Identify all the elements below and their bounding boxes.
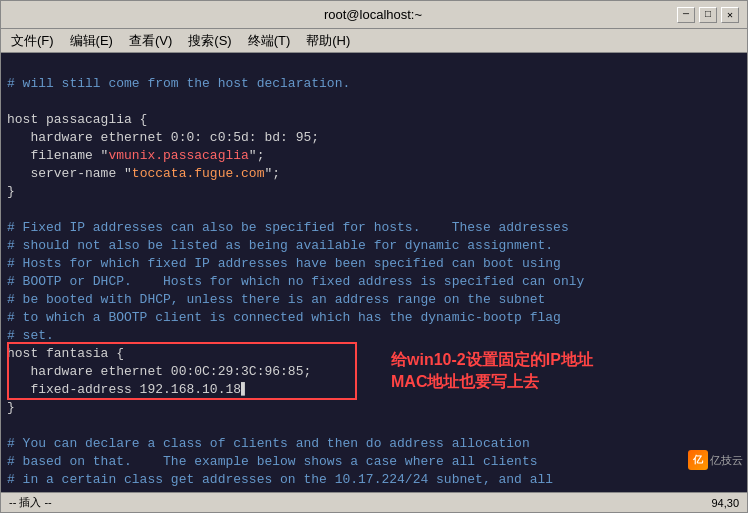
line-blank-3: [7, 418, 15, 433]
menu-view[interactable]: 查看(V): [123, 30, 178, 52]
line-7: }: [7, 184, 15, 199]
line-blank-1: [7, 94, 15, 109]
line-1: # will still come from the host declarat…: [7, 76, 350, 91]
annotation-line1: 给win10-2设置固定的IP地址: [391, 349, 593, 371]
line-21: # You can declare a class of clients and…: [7, 436, 530, 451]
line-14: # to which a BOOTP client is connected w…: [7, 310, 561, 325]
line-11: # Hosts for which fixed IP addresses hav…: [7, 256, 561, 271]
line-19: }: [7, 400, 15, 415]
line-18: fixed-address 192.168.10.18▌: [7, 382, 249, 397]
annotation-line2: MAC地址也要写上去: [391, 371, 593, 393]
line-5: filename "vmunix.passacaglia";: [7, 148, 264, 163]
watermark: 亿 亿技云: [688, 450, 743, 470]
editor-mode: -- 插入 --: [9, 495, 52, 510]
close-button[interactable]: ✕: [721, 7, 739, 23]
status-left: -- 插入 --: [9, 495, 52, 510]
line-15: # set.: [7, 328, 54, 343]
menu-help[interactable]: 帮助(H): [300, 30, 356, 52]
terminal-body[interactable]: # will still come from the host declarat…: [1, 53, 747, 492]
watermark-text: 亿技云: [710, 453, 743, 468]
line-17: hardware ethernet 00:0C:29:3C:96:85;: [7, 364, 311, 379]
menu-edit[interactable]: 编辑(E): [64, 30, 119, 52]
maximize-button[interactable]: □: [699, 7, 717, 23]
line-13: # be booted with DHCP, unless there is a…: [7, 292, 545, 307]
terminal-text: # will still come from the host declarat…: [7, 57, 741, 492]
line-9: # Fixed IP addresses can also be specifi…: [7, 220, 569, 235]
line-12: # BOOTP or DHCP. Hosts for which no fixe…: [7, 274, 584, 289]
line-16: host fantasia {: [7, 346, 124, 361]
menu-search[interactable]: 搜索(S): [182, 30, 237, 52]
line-6: server-name "toccata.fugue.com";: [7, 166, 280, 181]
status-bar: -- 插入 -- 94,30: [1, 492, 747, 512]
line-23: # in a certain class get addresses on th…: [7, 472, 553, 487]
line-22: # based on that. The example below shows…: [7, 454, 538, 469]
annotation: 给win10-2设置固定的IP地址 MAC地址也要写上去: [391, 349, 593, 394]
title-bar: root@localhost:~ ─ □ ✕: [1, 1, 747, 29]
cursor-position: 94,30: [711, 497, 739, 509]
window-title: root@localhost:~: [69, 7, 677, 22]
menu-terminal[interactable]: 终端(T): [242, 30, 297, 52]
line-blank-2: [7, 202, 15, 217]
line-3: host passacaglia {: [7, 112, 147, 127]
window-controls: ─ □ ✕: [677, 7, 739, 23]
watermark-logo: 亿: [688, 450, 708, 470]
line-10: # should not also be listed as being ava…: [7, 238, 553, 253]
line-4: hardware ethernet 0:0: c0:5d: bd: 95;: [7, 130, 319, 145]
menu-file[interactable]: 文件(F): [5, 30, 60, 52]
terminal-window: root@localhost:~ ─ □ ✕ 文件(F) 编辑(E) 查看(V)…: [0, 0, 748, 513]
menu-bar: 文件(F) 编辑(E) 查看(V) 搜索(S) 终端(T) 帮助(H): [1, 29, 747, 53]
minimize-button[interactable]: ─: [677, 7, 695, 23]
